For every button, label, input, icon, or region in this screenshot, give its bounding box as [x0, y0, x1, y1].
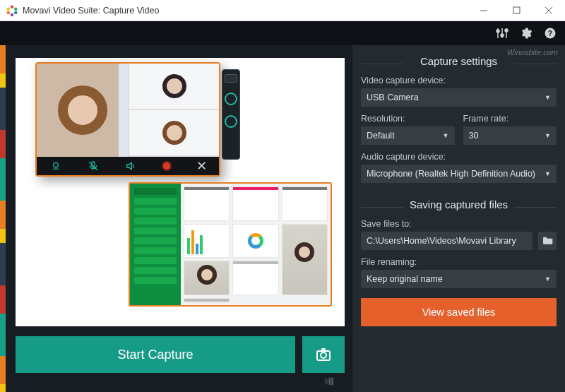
audio-device-select[interactable]: Microphone (Realtek High Definition Audi… [361, 165, 557, 183]
renaming-select[interactable]: Keep original name ▼ [361, 270, 557, 288]
speaker-icon[interactable] [124, 160, 137, 172]
resolution-label: Resolution: [361, 114, 455, 124]
svg-rect-24 [332, 378, 333, 386]
video-device-select[interactable]: USB Camera ▼ [361, 88, 557, 107]
chevron-down-icon: ▼ [545, 132, 551, 139]
svg-point-14 [501, 34, 504, 37]
save-to-label: Save files to: [361, 219, 557, 229]
snapshot-button[interactable] [302, 336, 345, 373]
resolution-value: Default [367, 131, 395, 141]
help-icon[interactable]: ? [544, 27, 557, 40]
settings-panel: Winosbite.com Capture settings Video cap… [352, 45, 565, 392]
framerate-label: Frame rate: [463, 114, 557, 124]
svg-point-0 [11, 5, 14, 8]
cursor-highlight-icon[interactable] [225, 93, 237, 105]
folder-icon [542, 235, 553, 247]
svg-point-3 [11, 13, 14, 16]
preview-video-frame [37, 64, 219, 157]
preview-call-controls: ✕ [37, 157, 219, 175]
preview-side-toolbar [222, 69, 240, 160]
close-button[interactable] [533, 0, 565, 21]
main-area: ✕ [0, 45, 565, 392]
chevron-down-icon: ▼ [443, 132, 449, 139]
chevron-down-icon: ▼ [545, 275, 551, 283]
mic-muted-icon[interactable] [87, 160, 100, 172]
chevron-down-icon: ▼ [545, 94, 551, 101]
chevron-down-icon: ▼ [545, 170, 551, 177]
preview-card-dashboard [129, 182, 332, 307]
capture-preview: ✕ [16, 58, 345, 326]
svg-point-13 [496, 30, 499, 32]
audio-device-label: Audio capture device: [361, 152, 557, 162]
capture-settings-header: Capture settings [361, 52, 557, 74]
saving-header: Saving captured files [361, 196, 557, 218]
renaming-value: Keep original name [367, 274, 443, 284]
svg-point-2 [14, 11, 18, 14]
svg-point-5 [7, 7, 11, 11]
svg-text:?: ? [548, 29, 552, 37]
window-title: Movavi Video Suite: Capture Video [23, 6, 468, 16]
minimize-button[interactable] [468, 0, 500, 21]
svg-point-22 [321, 352, 326, 358]
cursor-click-icon[interactable] [225, 115, 237, 128]
svg-point-4 [7, 11, 11, 14]
svg-rect-7 [513, 7, 520, 13]
svg-point-18 [53, 162, 58, 167]
video-device-value: USB Camera [367, 93, 419, 102]
resolution-select[interactable]: Default ▼ [361, 126, 455, 145]
video-device-label: Video capture device: [361, 76, 557, 85]
svg-point-15 [505, 29, 508, 32]
left-panel: ✕ [6, 45, 352, 392]
save-path-field[interactable]: C:\Users\Home\Videos\Movavi Library [361, 232, 533, 250]
window-titlebar: Movavi Video Suite: Capture Video [0, 0, 565, 21]
audio-device-value: Microphone (Realtek High Definition Audi… [367, 169, 535, 179]
webcam-icon[interactable] [49, 160, 62, 172]
svg-point-1 [14, 7, 18, 11]
gear-icon[interactable] [520, 27, 533, 40]
preview-card-videochat: ✕ [35, 62, 220, 177]
framerate-value: 30 [469, 131, 479, 141]
browse-folder-button[interactable] [538, 232, 557, 250]
maximize-button[interactable] [500, 0, 533, 21]
preview-person-tile [128, 64, 219, 110]
renaming-label: File renaming: [361, 257, 557, 267]
start-capture-button[interactable]: Start Capture [16, 336, 295, 373]
svg-rect-23 [329, 378, 331, 386]
camera-icon [315, 346, 332, 363]
framerate-select[interactable]: 30 ▼ [463, 126, 557, 145]
preview-person-tile [128, 110, 219, 157]
close-icon[interactable]: ✕ [196, 158, 207, 174]
save-path-value: C:\Users\Home\Videos\Movavi Library [367, 236, 516, 246]
adjustments-icon[interactable] [496, 27, 509, 40]
preview-dashboard-grid [181, 184, 331, 305]
preview-person-main [37, 64, 128, 157]
app-logo-icon [6, 4, 18, 17]
view-saved-files-button[interactable]: View saved files [361, 298, 557, 326]
preview-dashboard-sidebar [130, 184, 181, 305]
keyboard-icon[interactable] [225, 74, 237, 83]
left-color-strip [0, 45, 6, 392]
record-icon[interactable] [162, 161, 172, 171]
pause-indicator-icon[interactable] [322, 375, 335, 388]
capture-actions: Start Capture [16, 336, 345, 373]
top-toolbar: ? [0, 21, 565, 45]
window-controls [468, 0, 565, 21]
